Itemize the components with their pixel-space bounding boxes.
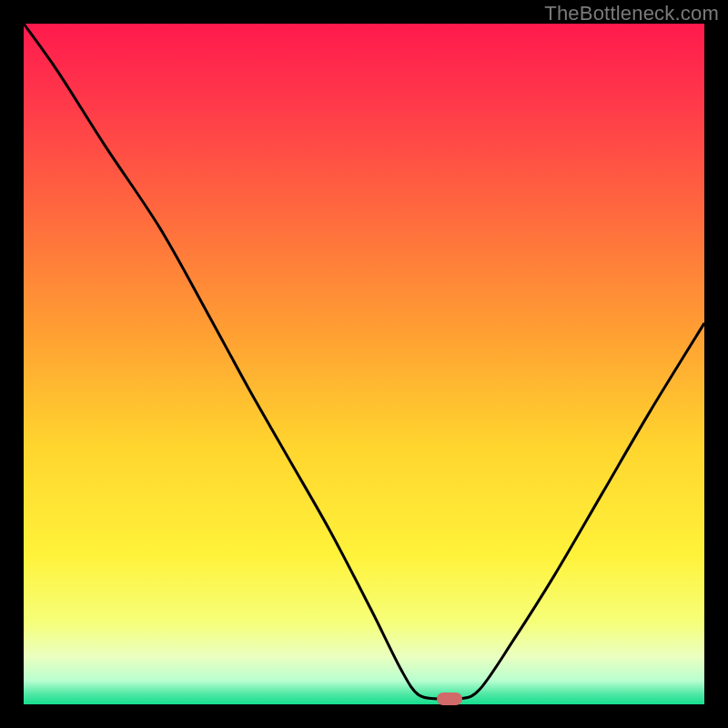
plot-svg	[24, 24, 704, 704]
gradient-background	[24, 24, 704, 704]
plot-area	[24, 24, 704, 704]
chart-frame: TheBottleneck.com	[0, 0, 728, 728]
optimal-marker	[437, 693, 462, 705]
watermark-text: TheBottleneck.com	[544, 2, 719, 25]
